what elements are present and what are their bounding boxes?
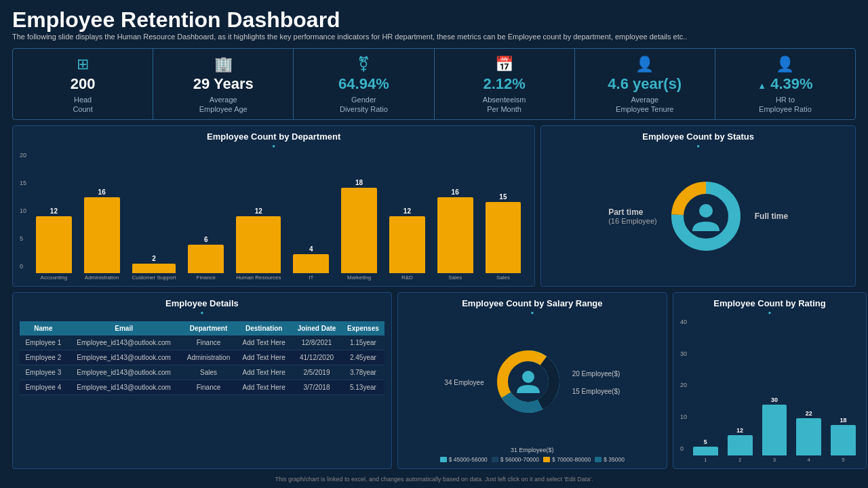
kpi-avg-age: 🏢 29 Years AverageEmployee Age <box>153 49 294 120</box>
dept-bar-group: 12 R&D <box>389 207 425 281</box>
kpi-hr-ratio: 👤 ▲ 4.39% HR toEmployee Ratio <box>715 49 855 120</box>
emp-details-title: Employee Details <box>20 298 384 308</box>
dept-bar-group: 12 Accounting <box>36 207 72 281</box>
kpi-absenteeism: 📅 2.12% AbsenteeismPer Month <box>435 49 575 120</box>
salary-label-34: 34 Employee <box>444 379 484 386</box>
svg-point-2 <box>699 204 713 218</box>
col-email: Email <box>67 321 181 336</box>
kpi-icon-2: 🏢 <box>214 56 233 73</box>
rating-bar-group: 5 1 <box>693 439 718 463</box>
rating-chart-title: Employee Count by Rating <box>680 298 859 308</box>
kpi-icon-6: 👤 <box>776 56 794 73</box>
donut-area: Part time (16 Employee) Full time <box>548 152 848 280</box>
kpi-value-5: 4.6 year(s) <box>608 76 682 92</box>
rating-bar-group: 22 4 <box>796 410 821 463</box>
dept-bar-group: 4 IT <box>293 245 329 281</box>
kpi-icon-5: 👤 <box>635 56 654 73</box>
rating-bar-group: 30 3 <box>762 396 787 463</box>
kpi-row: ⊞ 200 HeadCount 🏢 29 Years AverageEmploy… <box>12 48 856 121</box>
dashboard-page: Employee Retention Dashboard The followi… <box>0 0 868 488</box>
salary-label-15: 15 Employee($) <box>572 388 620 395</box>
kpi-value-3: 64.94% <box>338 76 389 92</box>
kpi-label-4: AbsenteeismPer Month <box>483 95 526 115</box>
dept-bar-group: 6 Finance <box>188 236 224 281</box>
col-dept: Department <box>181 321 237 336</box>
svg-point-7 <box>522 371 534 383</box>
kpi-value-1: 200 <box>71 76 96 92</box>
salary-chart-panel: Employee Count by Salary Range ● 34 Empl… <box>397 292 667 469</box>
salary-chart-title: Employee Count by Salary Range <box>405 298 660 308</box>
dept-bar-group: 15 Sales <box>486 193 521 281</box>
page-title: Employee Retention Dashboard <box>12 8 856 32</box>
dept-bar-group: 18 Marketing <box>341 179 377 281</box>
kpi-icon-4: 📅 <box>495 56 513 73</box>
dept-bar-group: 16 Administration <box>84 188 120 281</box>
charts-row-2: Employee Details ● Name Email Department… <box>12 292 856 469</box>
page-subtitle: The following slide displays the Human R… <box>12 32 856 42</box>
dept-bar-group: 2 Customer Support <box>132 255 176 281</box>
status-chart-dot: ● <box>548 143 848 149</box>
kpi-value-4: 2.12% <box>483 76 525 92</box>
kpi-tenure: 👤 4.6 year(s) AverageEmployee Tenure <box>575 49 715 120</box>
kpi-label-6: HR toEmployee Ratio <box>759 95 812 115</box>
dept-chart-panel: Employee Count by Department ● 20 15 10 … <box>12 125 535 286</box>
y-axis: 20 15 10 5 0 <box>20 152 29 280</box>
col-exp: Expenses <box>342 321 384 336</box>
kpi-gender: ⚧ 64.94% GenderDiversity Ratio <box>294 49 434 120</box>
status-donut-svg <box>665 176 747 257</box>
kpi-value-2: 29 Years <box>193 76 254 92</box>
kpi-label-2: AverageEmployee Age <box>199 95 248 115</box>
rating-chart-panel: Employee Count by Rating ● 40 30 20 10 0… <box>673 292 867 469</box>
charts-row-1: Employee Count by Department ● 20 15 10 … <box>12 125 856 286</box>
salary-donut-svg <box>491 344 566 419</box>
kpi-value-6: ▲ 4.39% <box>757 76 812 92</box>
dept-bar-group: 12 Human Resources <box>236 207 281 281</box>
kpi-icon-3: ⚧ <box>357 56 370 73</box>
dept-chart-title: Employee Count by Department <box>20 131 528 142</box>
employee-table: Name Email Department Destination Joined… <box>20 321 384 395</box>
kpi-label-5: AverageEmployee Tenure <box>616 95 673 115</box>
salary-legend: $ 45000-56000 $ 56000-70000 $ 70000-8000… <box>405 456 660 463</box>
kpi-label-1: HeadCount <box>73 95 92 115</box>
rating-bar-area: 5 1 12 2 30 3 22 4 18 5 <box>690 319 859 463</box>
col-date: Joined Date <box>292 321 342 336</box>
status-chart-title: Employee Count by Status <box>548 131 848 142</box>
kpi-head-count: ⊞ 200 HeadCount <box>13 49 153 120</box>
col-dest: Destination <box>236 321 292 336</box>
table-row: Employee 1Employee_id143@outlook.comFina… <box>20 336 384 350</box>
footer-note: This graph/chart is linked to excel, and… <box>12 474 856 483</box>
rating-bar-group: 18 5 <box>831 417 856 463</box>
part-time-label: Part time (16 Employee) <box>608 207 657 225</box>
dept-bar-group: 16 Sales <box>437 188 473 281</box>
salary-label-31: 31 Employee($) <box>405 447 660 453</box>
dept-chart-dot: ● <box>20 143 528 149</box>
bar-chart-area: 12 Accounting 16 Administration 2 Custom… <box>29 152 528 280</box>
kpi-label-3: GenderDiversity Ratio <box>340 95 388 115</box>
table-row: Employee 4Employee_id143@outlook.comFina… <box>20 380 384 394</box>
full-time-label: Full time <box>755 211 788 221</box>
rating-y-axis: 40 30 20 10 0 <box>680 319 690 463</box>
table-row: Employee 3Employee_id143@outlook.comSale… <box>20 365 384 380</box>
status-chart-panel: Employee Count by Status ● Part time (16… <box>540 125 856 286</box>
rating-bar-group: 12 2 <box>728 427 753 463</box>
table-row: Employee 2Employee_id143@outlook.comAdmi… <box>20 350 384 365</box>
kpi-icon-1: ⊞ <box>77 56 89 73</box>
header: Employee Retention Dashboard The followi… <box>12 8 856 43</box>
col-name: Name <box>20 321 67 336</box>
salary-label-20: 20 Employee($) <box>572 370 620 378</box>
employee-details-panel: Employee Details ● Name Email Department… <box>12 292 392 469</box>
